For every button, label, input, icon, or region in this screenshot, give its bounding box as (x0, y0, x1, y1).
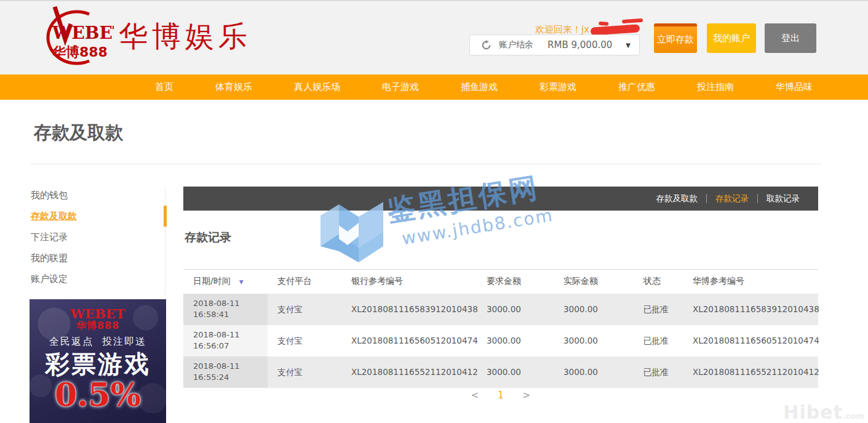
nav-item-live-casino[interactable]: 真人娱乐场 (294, 81, 340, 93)
logo-brand-text: WEBET (52, 23, 114, 43)
cell-bank-ref: XL2018081116560512010474 (341, 325, 477, 357)
records-tabbar: 存款及取款 存款记录 取款记录 (183, 187, 818, 211)
cell-status: 已批准 (634, 357, 683, 388)
cell-time: 16:55:24 (193, 373, 229, 382)
chevron-down-icon[interactable]: ▼ (626, 42, 631, 49)
tab-deposit-records[interactable]: 存款记录 (707, 193, 757, 204)
sidebar-item-account-settings[interactable]: 账户设定 (31, 270, 165, 291)
main-content: 存款及取款 存款记录 取款记录 存款记录 日期/时间▼ 支付平台 银行参考编号 … (183, 187, 818, 408)
pagination-prev[interactable]: < (471, 390, 479, 401)
lottery-promo-banner[interactable]: WEBET 华博888 全民返点 投注即送 彩票游戏 0.5% (30, 299, 166, 423)
page-title: 存款及取款 (34, 121, 123, 145)
cell-date: 2018-08-11 (193, 299, 240, 308)
cell-datetime: 2018-08-11 16:55:24 (183, 357, 268, 388)
cell-huabo-ref: XL2018081116583912010438 (683, 294, 818, 325)
sidebar-item-label: 账户设定 (31, 273, 68, 284)
sidebar-item-wallet[interactable]: 我的钱包 (31, 186, 165, 207)
cell-bank-ref: XL2018081116552112010412 (341, 357, 477, 388)
col-header-bank-ref: 银行参考编号 (341, 270, 477, 294)
my-account-button[interactable]: 我的账户 (707, 23, 756, 53)
logo-title: 华博娱乐 (119, 17, 252, 56)
account-sidebar: 我的钱包 存款及取款 下注记录 我的联盟 账户设定 (31, 186, 165, 296)
col-header-platform: 支付平台 (268, 270, 341, 294)
balance-value: RMB 9,000.00 (547, 39, 612, 50)
banner-logo-sub: 华博888 (30, 321, 166, 331)
cell-status: 已批准 (634, 294, 683, 325)
table-row: 2018-08-11 16:58:41 支付宝 XL20180811165839… (183, 294, 818, 325)
cell-datetime: 2018-08-11 16:58:41 (183, 294, 268, 325)
cell-platform: 支付宝 (268, 294, 341, 325)
site-header: WEBET 华博888 华博娱乐 欢迎回来！jx 账户结余 RMB 9,000.… (0, 0, 868, 75)
cell-requested: 3000.00 (477, 294, 554, 325)
cell-bank-ref: XL2018081116583912010438 (341, 294, 477, 325)
sidebar-item-label: 我的联盟 (31, 252, 68, 264)
cell-huabo-ref: XL2018081116560512010474 (683, 325, 818, 357)
col-header-label: 日期/时间 (193, 276, 231, 286)
refresh-icon[interactable] (481, 40, 492, 50)
sidebar-item-deposit-withdraw[interactable]: 存款及取款 (31, 207, 165, 228)
table-row: 2018-08-11 16:55:24 支付宝 XL20180811165521… (183, 357, 818, 388)
nav-item-sports[interactable]: 体育娱乐 (215, 81, 252, 93)
active-indicator-bar (164, 206, 167, 227)
table-row: 2018-08-11 16:56:07 支付宝 XL20180811165605… (183, 325, 818, 357)
banner-tagline: 全民返点 投注即送 (30, 336, 166, 348)
nav-item-lottery[interactable]: 彩票游戏 (540, 81, 576, 93)
nav-item-promotions[interactable]: 推广优惠 (618, 81, 655, 93)
webet-logo-icon: WEBET 华博888 (28, 4, 114, 69)
tab-withdraw-records[interactable]: 取款记录 (758, 193, 808, 204)
cell-status: 已批准 (634, 325, 683, 357)
logout-button[interactable]: 登出 (765, 23, 816, 53)
welcome-text: 欢迎回来！jx (535, 24, 589, 35)
sort-desc-icon[interactable]: ▼ (239, 279, 244, 285)
tab-deposit-withdraw[interactable]: 存款及取款 (648, 193, 707, 204)
cell-platform: 支付宝 (268, 357, 341, 388)
cell-date: 2018-08-11 (193, 361, 240, 371)
banner-headline: 彩票游戏 (30, 350, 166, 378)
pagination-next[interactable]: > (523, 390, 531, 401)
col-header-requested-amount: 要求金额 (477, 270, 554, 294)
table-header-row: 日期/时间▼ 支付平台 银行参考编号 要求金额 实际金额 状态 华博参考编号 (183, 270, 818, 294)
logo-sub-text: 华博888 (52, 44, 108, 60)
title-divider (31, 164, 821, 164)
balance-label: 账户结余 (499, 39, 533, 50)
cell-requested: 3000.00 (477, 357, 554, 388)
site-logo[interactable]: WEBET 华博888 华博娱乐 (28, 4, 252, 69)
col-header-actual-amount: 实际金额 (554, 270, 634, 294)
cell-huabo-ref: XL2018081116552112010412 (683, 357, 818, 388)
col-header-status: 状态 (634, 270, 683, 294)
deposit-now-button[interactable]: 立即存款 (654, 23, 697, 53)
cell-actual: 3000.00 (554, 357, 634, 388)
sidebar-item-label: 存款及取款 (31, 211, 77, 222)
banner-percentage: 0.5% (30, 378, 166, 412)
hibet-watermark-suffix: .com (843, 411, 864, 421)
sidebar-item-bet-records[interactable]: 下注记录 (31, 228, 165, 249)
col-header-huabo-ref: 华博参考编号 (683, 270, 818, 294)
nav-item-slots[interactable]: 电子游戏 (382, 81, 419, 93)
sidebar-item-label: 我的钱包 (31, 190, 68, 201)
nav-item-betting-guide[interactable]: 投注指南 (697, 81, 734, 93)
banner-logo: WEBET 华博888 (30, 307, 166, 331)
section-title: 存款记录 (185, 230, 231, 246)
cell-date: 2018-08-11 (193, 330, 240, 339)
cell-actual: 3000.00 (554, 325, 634, 357)
cell-platform: 支付宝 (268, 325, 341, 357)
cell-time: 16:56:07 (193, 341, 229, 350)
account-balance-dropdown[interactable]: 账户结余 RMB 9,000.00 ▼ (469, 34, 640, 55)
nav-item-huabo-taste[interactable]: 华博品味 (776, 81, 813, 93)
main-nav: 首页 体育娱乐 真人娱乐场 电子游戏 捕鱼游戏 彩票游戏 推广优惠 投注指南 华… (0, 75, 868, 100)
sidebar-item-label: 下注记录 (31, 232, 68, 243)
sidebar-item-my-affiliate[interactable]: 我的联盟 (31, 249, 165, 270)
cell-actual: 3000.00 (554, 294, 634, 325)
pagination-page-1[interactable]: 1 (498, 390, 504, 401)
nav-item-fishing[interactable]: 捕鱼游戏 (461, 81, 498, 93)
cell-datetime: 2018-08-11 16:56:07 (183, 325, 268, 357)
cell-time: 16:58:41 (193, 310, 229, 319)
cell-requested: 3000.00 (477, 325, 554, 357)
col-header-datetime[interactable]: 日期/时间▼ (183, 270, 268, 294)
deposit-records-table: 日期/时间▼ 支付平台 银行参考编号 要求金额 实际金额 状态 华博参考编号 2… (183, 269, 818, 388)
redacted-username-scribble (591, 24, 640, 36)
pagination: < 1 > (183, 390, 818, 401)
nav-item-home[interactable]: 首页 (155, 81, 173, 93)
